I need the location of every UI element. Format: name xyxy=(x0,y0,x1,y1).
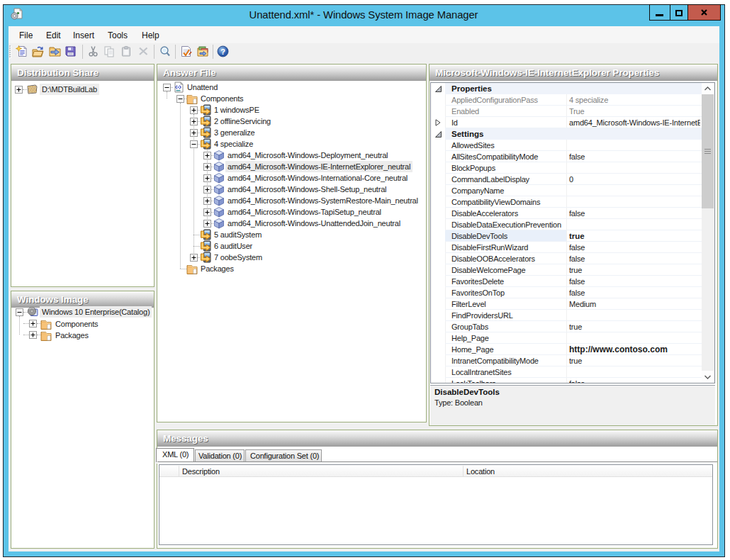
svg-text:?: ? xyxy=(220,47,225,56)
